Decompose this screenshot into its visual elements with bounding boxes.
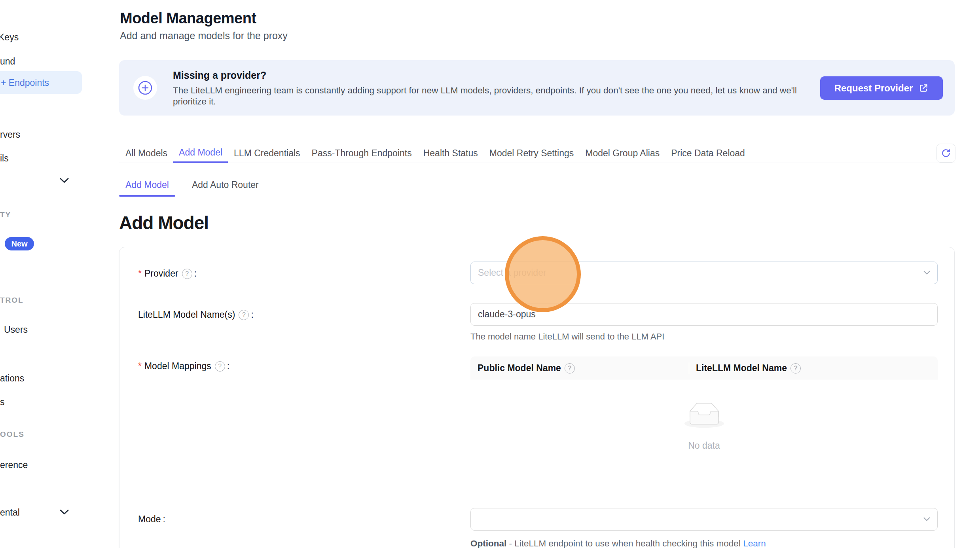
tab-pass-through-endpoints[interactable]: Pass-Through Endpoints (312, 143, 412, 163)
empty-inbox-icon (684, 403, 724, 430)
missing-provider-banner: Missing a provider? The LiteLLM engineer… (119, 60, 955, 116)
page-subtitle: Add and manage models for the proxy (120, 30, 288, 42)
request-provider-label: Request Provider (834, 83, 913, 94)
provider-label: * Provider ? (138, 268, 197, 279)
sidebar-item-models-endpoints[interactable]: + Endpoints (0, 71, 82, 94)
subtab-add-auto-router[interactable]: Add Auto Router (192, 173, 259, 196)
sidebar-item-users[interactable]: Users (4, 324, 28, 335)
help-icon[interactable]: ? (182, 269, 192, 279)
add-model-subtabs: Add Model Add Auto Router (119, 173, 955, 196)
page-title: Model Management (120, 10, 256, 27)
sidebar-section-trol: TROL (0, 296, 24, 305)
provider-placeholder: Select a provider (478, 267, 546, 278)
mode-label: Mode (138, 514, 165, 525)
tab-model-retry-settings[interactable]: Model Retry Settings (489, 143, 574, 163)
plus-circle-icon (133, 76, 157, 100)
no-data-text: No data (688, 440, 720, 451)
model-tabs: All Models Add Model LLM Credentials Pas… (119, 143, 955, 163)
sidebar-item-organizations[interactable]: ations (0, 373, 24, 383)
table-header-row: Public Model Name ? LiteLLM Model Name ? (470, 356, 938, 380)
table-empty-state: No data (470, 380, 938, 485)
request-provider-button[interactable]: Request Provider (820, 76, 943, 100)
model-mappings-label: * Model Mappings ? (138, 361, 229, 372)
chevron-down-icon (923, 269, 930, 277)
chevron-down-icon[interactable] (60, 178, 69, 185)
sidebar-item-ails[interactable]: ils (0, 153, 9, 163)
model-name-input[interactable] (470, 303, 938, 326)
mode-helper-bold: Optional (470, 539, 506, 548)
sidebar-item-experimental[interactable]: ental (0, 507, 20, 518)
help-icon[interactable]: ? (239, 310, 249, 320)
banner-title: Missing a provider? (173, 70, 814, 81)
sidebar-item-playground[interactable]: und (0, 56, 15, 66)
sidebar-section-ty: TY (0, 210, 11, 219)
tab-price-data-reload[interactable]: Price Data Reload (671, 143, 745, 163)
mode-select[interactable] (470, 508, 938, 531)
sidebar-item-erence[interactable]: erence (0, 460, 28, 470)
mode-helper-text: - LiteLLM endpoint to use when health ch… (509, 539, 741, 548)
help-icon[interactable]: ? (215, 361, 225, 372)
refresh-icon (941, 148, 951, 158)
column-header-public-model-name: Public Model Name ? (470, 356, 689, 380)
model-name-helper: The model name LiteLLM will send to the … (470, 332, 664, 342)
required-marker: * (138, 268, 142, 279)
add-model-heading: Add Model (119, 212, 209, 233)
refresh-button[interactable] (936, 144, 955, 163)
new-badge: New (5, 237, 34, 250)
model-name-label: LiteLLM Model Name(s) ? (138, 309, 254, 320)
chevron-down-icon (923, 516, 930, 523)
tab-add-model[interactable]: Add Model (173, 143, 228, 163)
banner-body: The LiteLLM engineering team is constant… (173, 85, 802, 107)
mode-helper: Optional - LiteLLM endpoint to use when … (470, 537, 779, 548)
sidebar-item-servers[interactable]: rvers (0, 129, 20, 140)
provider-select[interactable]: Select a provider (470, 262, 938, 284)
sidebar-item-keys[interactable]: Keys (0, 32, 19, 42)
sidebar-section-ools: OOLS (0, 430, 25, 439)
subtab-add-model[interactable]: Add Model (125, 173, 169, 196)
help-icon[interactable]: ? (565, 363, 575, 374)
external-link-icon (918, 83, 929, 93)
tab-health-status[interactable]: Health Status (423, 143, 478, 163)
sidebar-item-s[interactable]: s (0, 397, 5, 407)
add-model-form-card: * Provider ? Select a provider LiteLLM M… (119, 247, 955, 548)
tab-llm-credentials[interactable]: LLM Credentials (234, 143, 300, 163)
help-icon[interactable]: ? (790, 363, 801, 374)
sidebar-item-label: + Endpoints (1, 77, 49, 88)
column-header-litellm-model-name: LiteLLM Model Name ? (689, 356, 801, 380)
chevron-down-icon[interactable] (60, 509, 69, 516)
sidebar: Keys und + Endpoints rvers ils TY New TR… (0, 0, 83, 548)
tab-model-group-alias[interactable]: Model Group Alias (585, 143, 660, 163)
model-mappings-table: Public Model Name ? LiteLLM Model Name ? (470, 356, 938, 485)
required-marker: * (138, 361, 142, 372)
column-divider (689, 362, 689, 374)
tab-all-models[interactable]: All Models (125, 143, 167, 163)
